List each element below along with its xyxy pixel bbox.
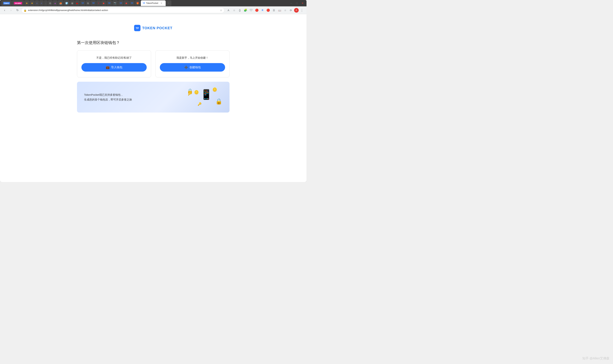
tab-tp1[interactable]: TP [80, 0, 85, 6]
logo-container: TP TOKEN POCKET [134, 25, 173, 31]
banner-illustration: 🔒 🔒 🪙 🪙 📱 🔑 🔑 [187, 87, 222, 107]
tab-vivaldi2[interactable]: ❖ [30, 0, 35, 6]
browser-window: learn mcake ❖ ❖ ≡ ≡ › G [0, 0, 306, 182]
create-wallet-button[interactable]: ➕ 创建钱包 [160, 63, 225, 72]
title-bar: learn mcake ❖ ❖ ≡ ≡ › G [0, 0, 306, 6]
ms-icon: ⊞ [71, 2, 73, 5]
import-wallet-label: 导入钱包 [111, 65, 123, 69]
create-icon: ➕ [184, 65, 188, 69]
rec-icon: ⏺ [103, 2, 105, 5]
sync-btn[interactable]: ⟳ [288, 8, 293, 13]
page-inner: TP TOKEN POCKET 第一次使用区块链钱包？ 不是，我已经有助记词/私… [73, 14, 233, 120]
tp-icon4: TP [120, 2, 122, 4]
forward-button[interactable]: › [9, 8, 14, 13]
tab-rec[interactable]: ⏺ [101, 0, 106, 6]
tp-icon5: TP [131, 2, 133, 4]
import-wallet-card: 不是，我已经有助记词/私钥了 💼 导入钱包 [77, 50, 151, 78]
navigation-toolbar: ‹ › ↻ 🔒 ☆ A ☆ {} 🧩 🛡 🔴 R 🔴 ☰ 📖 ☆ ⟳ A ⋮ [0, 6, 306, 14]
lock-icon: 🔒 [24, 9, 27, 12]
ext4-btn[interactable]: R [260, 8, 265, 13]
misc1-icon: 🧊 [65, 2, 68, 5]
tab-tokenpocket[interactable]: TP TokenPocket ✕ [141, 0, 166, 6]
tab-mcake[interactable]: mcake [12, 0, 24, 6]
back-button[interactable]: ‹ [2, 8, 7, 13]
bookmark-btn[interactable]: ☆ [232, 8, 237, 13]
tp-icon3: TP [108, 2, 110, 4]
tab-bar: learn mcake ❖ ❖ ≡ ≡ › G [1, 0, 305, 6]
ext3-btn[interactable]: 🔴 [254, 8, 259, 13]
maximize-btn[interactable]: □ [294, 1, 300, 6]
tab-icon3[interactable]: ≡ [35, 0, 39, 6]
tab-gift[interactable]: 🎁 [135, 0, 140, 6]
tab-tp3[interactable]: TP [107, 0, 112, 6]
tab-phantom[interactable]: ◈ [53, 0, 57, 6]
tab-yt[interactable]: ▶ [75, 0, 80, 6]
active-tab-label: TokenPocket [146, 2, 158, 4]
g2-icon: G [87, 2, 89, 5]
tab-rec2[interactable]: ⏺ [124, 0, 129, 6]
create-wallet-description: 我是新手，马上开始创建！ [177, 56, 208, 60]
fav-btn[interactable]: ☆ [283, 8, 288, 13]
metamask-icon: 🦊 [59, 2, 62, 5]
coin-icon-1: 🪙 [212, 87, 217, 92]
y-icon: Y [98, 2, 99, 5]
profile-btn[interactable]: A [294, 8, 299, 13]
create-wallet-label: 创建钱包 [190, 65, 201, 69]
phantom-icon: ◈ [54, 2, 56, 5]
tab-vivaldi1[interactable]: ❖ [24, 0, 29, 6]
tab-cam[interactable]: 📷 [112, 0, 118, 6]
tab-tp5[interactable]: TP [129, 0, 135, 6]
ext2-btn[interactable]: 🛡 [249, 8, 254, 13]
tab-ms[interactable]: ⊞ [70, 0, 75, 6]
banner-text-area: TokenPocket现已支持多签钱包， 生成您的首个钱包后，即可开启多签之旅 [84, 92, 187, 102]
lock-icon-2: 🔒 [215, 98, 222, 105]
tab-metamask[interactable]: 🦊 [58, 0, 64, 6]
import-wallet-description: 不是，我已经有助记词/私钥了 [96, 56, 132, 60]
angle-icon: › [45, 2, 46, 5]
ext1-btn[interactable]: 🧩 [243, 8, 248, 13]
tab-misc1[interactable]: 🧊 [64, 0, 69, 6]
address-bar[interactable]: 🔒 ☆ [21, 7, 225, 13]
list2-icon: ≡ [41, 2, 42, 5]
import-wallet-button[interactable]: 💼 导入钱包 [82, 63, 147, 72]
close-btn[interactable]: ✕ [300, 1, 305, 6]
reload-button[interactable]: ↻ [15, 8, 20, 13]
url-input[interactable] [28, 9, 218, 12]
tab-learn[interactable]: learn [1, 0, 12, 6]
tab-icon5[interactable]: › [44, 0, 48, 6]
tab-icon4[interactable]: ≡ [39, 0, 44, 6]
sidebar-btn[interactable]: ☰ [271, 8, 276, 13]
tab-tp4[interactable]: TP [118, 0, 123, 6]
new-tab-button[interactable]: + [166, 0, 171, 6]
logo-area: TP TOKEN POCKET [77, 25, 230, 31]
import-icon: 💼 [106, 65, 110, 69]
create-wallet-card: 我是新手，马上开始创建！ ➕ 创建钱包 [155, 50, 230, 78]
banner-line1: TokenPocket现已支持多签钱包， [84, 92, 187, 97]
learn-badge: learn [3, 2, 10, 4]
window-controls: ─ □ ✕ [289, 1, 305, 6]
phone-hand-icon: 📱 [200, 89, 213, 100]
tab-close-btn[interactable]: ✕ [161, 2, 162, 4]
page-content: TP TOKEN POCKET 第一次使用区块链钱包？ 不是，我已经有助记词/私… [0, 14, 306, 182]
list-icon: ≡ [36, 2, 38, 5]
tab-tp2[interactable]: TP [91, 0, 96, 6]
tp-icon2: TP [92, 2, 95, 4]
translate-btn[interactable]: A [226, 8, 231, 13]
google-icon: G [49, 2, 51, 5]
toolbar-extensions: A ☆ {} 🧩 🛡 🔴 R 🔴 ☰ 📖 ☆ ⟳ A ⋮ [226, 8, 304, 13]
menu-btn[interactable]: ⋮ [300, 8, 304, 13]
minimize-btn[interactable]: ─ [289, 1, 294, 6]
tab-google[interactable]: G [48, 0, 53, 6]
multisig-banner[interactable]: TokenPocket现已支持多签钱包， 生成您的首个钱包后，即可开启多签之旅 … [77, 82, 230, 113]
vivaldi-icon: ❖ [26, 2, 28, 5]
page-title: 第一次使用区块链钱包？ [77, 40, 230, 45]
reader-btn[interactable]: 📖 [277, 8, 282, 13]
tab-y[interactable]: Y [96, 0, 101, 6]
ext5-btn[interactable]: 🔴 [266, 8, 271, 13]
banner-line2: 生成您的首个钱包后，即可开启多签之旅 [84, 97, 187, 102]
tab-g2[interactable]: G [86, 0, 90, 6]
code-btn[interactable]: {} [237, 8, 242, 13]
star-icon[interactable]: ☆ [220, 9, 222, 12]
wallet-options-row: 不是，我已经有助记词/私钥了 💼 导入钱包 我是新手，马上开始创建！ ➕ 创建钱… [77, 50, 230, 78]
tp-logo-svg: TP [134, 25, 140, 31]
